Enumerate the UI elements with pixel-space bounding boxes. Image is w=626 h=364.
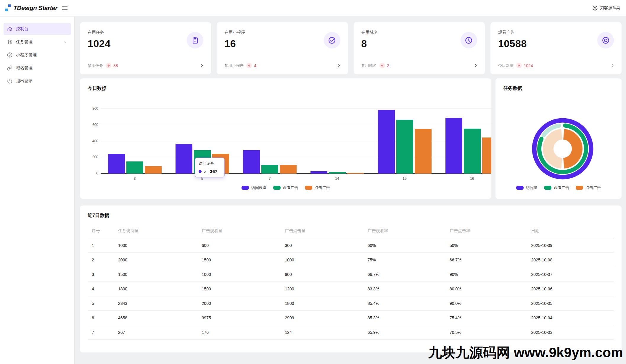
- chevron-right-icon[interactable]: [337, 63, 342, 68]
- table-cell: 66.7%: [363, 267, 445, 282]
- user-name: 刀客源码网: [600, 5, 621, 11]
- x-axis-tick: 7: [236, 177, 303, 181]
- chevron-right-icon[interactable]: [610, 63, 615, 68]
- eye-icon: [597, 32, 614, 48]
- table-cell: 2025-10-08: [527, 253, 614, 267]
- chevron-right-icon[interactable]: [473, 63, 478, 68]
- bar-观看广告-3[interactable]: [126, 161, 143, 174]
- table-header-row: 序号任务访问量广告观看量广告点击量广告观看率广告点击率日期: [88, 224, 614, 238]
- sidebar-item-label: 小程序管理: [16, 52, 37, 58]
- table-cell: 1500: [198, 253, 281, 267]
- table-cell: 2025-10-06: [527, 282, 614, 296]
- table-cell: 2000: [114, 253, 198, 267]
- table-cell: 2: [88, 253, 114, 267]
- donut-segment-点击广告[interactable]: [548, 134, 562, 163]
- x-axis-tick: 16: [438, 177, 491, 181]
- sidebar-item-label: 退出登录: [16, 78, 33, 84]
- bar-访问设备-16[interactable]: [445, 118, 462, 174]
- y-axis-tick: 400: [86, 139, 98, 143]
- bar-访问设备-15[interactable]: [378, 110, 395, 174]
- bar-点击广告-16[interactable]: [482, 137, 492, 174]
- bar-点击广告-15[interactable]: [415, 129, 432, 174]
- bar-观看广告-16[interactable]: [464, 129, 481, 174]
- sidebar-item-4[interactable]: 退出登录: [4, 75, 71, 87]
- table-cell: 1000: [198, 267, 281, 282]
- user-account[interactable]: 刀客源码网: [592, 5, 621, 11]
- table-cell: 2000: [198, 296, 281, 311]
- table-cell: 3: [88, 267, 114, 282]
- legend-item-访问量[interactable]: 访问量: [516, 185, 538, 190]
- table-cell: 1: [88, 238, 114, 253]
- bar-点击广告-14[interactable]: [347, 173, 364, 174]
- legend-item-访问设备[interactable]: 访问设备: [242, 185, 267, 190]
- sidebar-item-1[interactable]: 任务管理: [4, 36, 71, 48]
- table-cell: 85.4%: [363, 296, 445, 311]
- legend-item-观看广告[interactable]: 观看广告: [544, 185, 569, 190]
- stat-card-0: 在用任务1024禁用任务88: [80, 22, 211, 74]
- table-row: 418001500120083.3%80.0%2025-10-06: [88, 282, 614, 296]
- bar-观看广告-15[interactable]: [396, 120, 413, 174]
- charts-row: 今日数据 访问设备 5 367 访问设备观看广告点击广告 02004006008…: [80, 78, 622, 199]
- bar-访问设备-5[interactable]: [176, 144, 192, 174]
- legend-item-点击广告[interactable]: 点击广告: [305, 185, 330, 190]
- sidebar-item-3[interactable]: 域名管理: [4, 62, 71, 74]
- table-cell: 2025-10-04: [527, 311, 614, 325]
- table-column-header: 广告点击率: [445, 224, 527, 238]
- table-cell: 7: [88, 325, 114, 340]
- chevron-right-icon[interactable]: [199, 63, 205, 68]
- legend-item-观看广告[interactable]: 观看广告: [273, 185, 298, 190]
- y-axis-tick: 800: [86, 106, 98, 111]
- table-cell: 66.7%: [445, 253, 527, 267]
- table-cell: 60%: [363, 238, 445, 253]
- table-cell: 900: [281, 267, 363, 282]
- table-cell: 2025-10-05: [527, 296, 614, 311]
- bar-点击广告-7[interactable]: [280, 165, 297, 174]
- table-cell: 90%: [445, 267, 527, 282]
- bar-访问设备-3[interactable]: [108, 154, 125, 174]
- bar-观看广告-14[interactable]: [329, 172, 346, 174]
- table-cell: 267: [114, 325, 198, 340]
- watermark-text: 九块九源码网 www.9k9ym.com: [428, 344, 623, 362]
- table-cell: 1500: [198, 282, 281, 296]
- main-content: 在用任务1024禁用任务88在用小程序16禁用小程序4在用域名8禁用域名2观看广…: [80, 22, 622, 352]
- app-logo[interactable]: TDesign Starter: [5, 4, 57, 12]
- y-axis-tick: 0: [86, 171, 98, 175]
- sidebar-item-2[interactable]: 小程序管理: [4, 49, 71, 61]
- miniprogram-icon: [7, 52, 13, 58]
- table-cell: 1800: [114, 282, 198, 296]
- donut-segment-点击广告[interactable]: [564, 134, 577, 163]
- arrow-up-icon: [246, 63, 252, 68]
- bar-访问设备-7[interactable]: [243, 150, 260, 174]
- table-cell: 83.3%: [363, 282, 445, 296]
- table-cell: 1500: [114, 267, 198, 282]
- sidebar-item-0[interactable]: 控制台: [4, 23, 71, 35]
- task-data-card: 任务数据 访问量观看广告点击广告: [495, 78, 622, 199]
- table-cell: 6: [88, 311, 114, 325]
- task-donut-chart[interactable]: [528, 114, 597, 183]
- bar-观看广告-7[interactable]: [261, 165, 278, 174]
- tooltip-category: 5: [204, 169, 206, 174]
- stat-delta-value: 1024: [524, 63, 533, 68]
- table-cell: 2025-10-03: [527, 325, 614, 340]
- stat-card-2: 在用域名8禁用域名2: [354, 22, 485, 74]
- chart-tooltip: 访问设备 5 367: [195, 158, 225, 177]
- x-axis-tick: 15: [371, 177, 438, 181]
- table-row: 1100060030060%50%2025-10-09: [88, 238, 614, 253]
- table-cell: 1000: [114, 238, 198, 253]
- table-cell: 2025-10-09: [527, 238, 614, 253]
- table-cell: 300: [281, 238, 363, 253]
- chevron-down-icon: [63, 40, 67, 44]
- bar-访问设备-14[interactable]: [310, 171, 327, 174]
- user-avatar-icon: [592, 5, 598, 11]
- table-cell: 3975: [198, 311, 281, 325]
- table-cell: 5: [88, 296, 114, 311]
- table-cell: 1800: [281, 296, 363, 311]
- bar-chart-legend: 访问设备观看广告点击广告: [80, 185, 491, 190]
- bar-点击广告-3[interactable]: [145, 166, 162, 174]
- stat-card-value: 1024: [88, 38, 204, 49]
- legend-item-点击广告[interactable]: 点击广告: [576, 185, 601, 190]
- check-circle-icon: [324, 32, 340, 48]
- donut-segment-访问量[interactable]: [534, 120, 591, 177]
- stat-card-title: 观看广告: [498, 30, 614, 35]
- hamburger-menu-icon[interactable]: [62, 4, 70, 12]
